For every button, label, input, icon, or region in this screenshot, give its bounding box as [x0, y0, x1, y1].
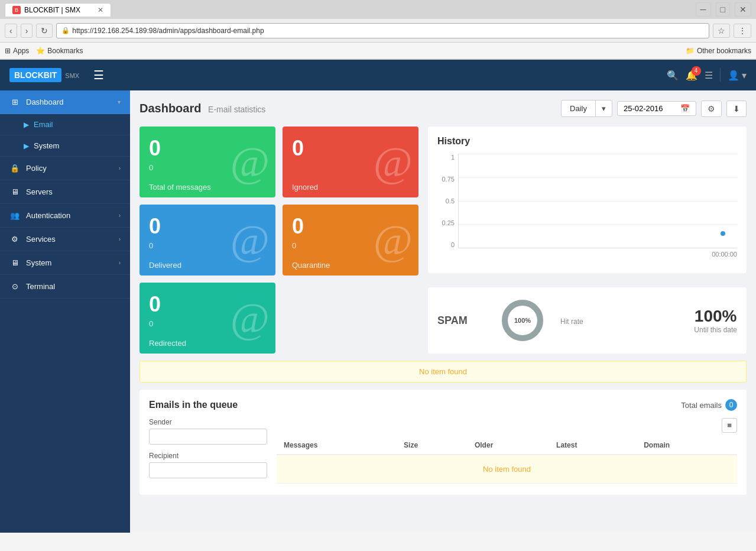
sidebar-item-label-servers: Servers — [26, 187, 121, 196]
queue-table-header: ≡ — [277, 418, 737, 433]
chart-y-axis: 1 0.75 0.5 0.25 0 — [437, 154, 458, 248]
logo-box: BLOCKBIT — [9, 68, 61, 82]
sidebar-item-system[interactable]: 🖥 System › — [0, 251, 130, 275]
chart-grid-1 — [459, 154, 737, 154]
y-label-075: 0.75 — [437, 176, 455, 183]
cards-row-middle: 0 0 Delivered @ 0 0 Quarantine @ — [139, 205, 418, 276]
page-title-area: Dashboard E-mail statistics — [139, 102, 265, 115]
queue-table-area: ≡ Messages Size Older Latest Domain — [277, 418, 737, 485]
sidebar-item-services[interactable]: ⚙ Services › — [0, 228, 130, 251]
delivered-label: Delivered — [149, 261, 181, 270]
y-label-05: 0.5 — [437, 197, 455, 205]
sidebar-item-policy[interactable]: 🔒 Policy › — [0, 157, 130, 180]
system-arrow-icon: › — [119, 260, 121, 266]
dashboard-icon: ⊞ — [9, 98, 20, 106]
minimize-button[interactable]: ─ — [696, 2, 711, 17]
history-panel: History 1 0.75 0.5 0.25 0 — [428, 127, 747, 273]
stat-card-redirected[interactable]: 0 0 Redirected @ — [139, 283, 275, 354]
tab-title: BLOCKBIT | SMX — [24, 6, 80, 14]
recipient-input[interactable] — [149, 462, 267, 478]
date-input[interactable]: 📅 — [617, 101, 696, 116]
sub-arrow-email-icon: ▶ — [24, 121, 29, 129]
autentication-icon: 👥 — [9, 211, 20, 220]
chart-grid-4 — [459, 224, 737, 225]
total-emails-label: Total emails — [681, 401, 722, 410]
sidebar-item-dashboard[interactable]: ⊞ Dashboard ▾ — [0, 90, 130, 114]
count-badge: 0 — [725, 399, 737, 411]
stat-card-ignored[interactable]: 0 Ignored @ — [283, 127, 418, 197]
hamburger-button[interactable]: ☰ — [89, 66, 109, 85]
app-logo: BLOCKBIT SMX — [9, 68, 79, 82]
table-no-item-cell: No item found — [277, 455, 737, 484]
spam-donut: 100% — [499, 297, 546, 344]
browser-titlebar: B BLOCKBIT | SMX ✕ ─ □ ✕ — [0, 0, 756, 19]
left-cards: 0 0 Total of messages @ 0 Ignored @ — [139, 127, 418, 354]
stat-card-total[interactable]: 0 0 Total of messages @ — [139, 127, 275, 197]
folder-icon: 📁 — [686, 47, 695, 55]
stat-card-quarantine[interactable]: 0 0 Quarantine @ — [283, 205, 418, 276]
sidebar-item-terminal[interactable]: ⊙ Terminal — [0, 275, 130, 299]
date-field[interactable] — [624, 104, 677, 113]
period-button[interactable]: Daily — [562, 101, 595, 116]
bookmarks-label: Bookmarks — [47, 47, 83, 55]
queue-body: Sender Recipient ≡ — [149, 418, 737, 485]
terminal-icon: ⊙ — [9, 282, 20, 291]
col-domain: Domain — [637, 436, 737, 455]
search-icon[interactable]: 🔍 — [667, 70, 679, 81]
notification-icon[interactable]: 🔔 4 — [686, 70, 697, 81]
close-button[interactable]: ✕ — [735, 2, 751, 17]
table-menu-button[interactable]: ≡ — [722, 418, 737, 433]
sidebar-sub-item-system[interactable]: ▶ System — [0, 135, 130, 157]
no-item-text: No item found — [419, 367, 467, 376]
bookmark-button[interactable]: ☆ — [713, 24, 730, 38]
chart-data-point — [721, 231, 725, 236]
logo-smx: SMX — [65, 72, 79, 79]
period-dropdown-icon[interactable]: ▾ — [595, 101, 612, 116]
system-icon: 🖥 — [9, 258, 20, 267]
address-bar[interactable]: 🔒 https://192.168.254.189:98/admin/apps/… — [56, 23, 709, 38]
topbar-right: 🔍 🔔 4 ☰ 👤 ▾ — [667, 68, 747, 82]
forward-button[interactable]: › — [21, 24, 33, 38]
menu-icon[interactable]: ☰ — [705, 70, 713, 81]
quarantine-label: Quarantine — [292, 261, 330, 270]
main-area: ⊞ Dashboard ▾ ▶ Email ▶ System 🔒 Policy … — [0, 90, 756, 533]
tab-close-button[interactable]: ✕ — [98, 6, 103, 14]
recipient-group: Recipient — [149, 452, 267, 478]
sidebar: ⊞ Dashboard ▾ ▶ Email ▶ System 🔒 Policy … — [0, 90, 130, 533]
stat-card-delivered[interactable]: 0 0 Delivered @ — [139, 205, 275, 276]
user-icon[interactable]: 👤 ▾ — [728, 70, 747, 81]
hit-rate-label: Hit rate — [560, 317, 583, 326]
maximize-button[interactable]: □ — [716, 2, 730, 17]
chart-plot-area — [458, 154, 737, 248]
total-at-icon: @ — [231, 138, 270, 187]
apps-bookmark[interactable]: ⊞ Apps — [5, 47, 29, 55]
services-arrow-icon: › — [119, 236, 121, 242]
sender-input[interactable] — [149, 429, 267, 445]
sender-label: Sender — [149, 418, 267, 426]
y-label-1: 1 — [437, 154, 455, 161]
settings-action-button[interactable]: ⚙ — [701, 101, 722, 117]
ignored-label: Ignored — [292, 183, 318, 192]
sidebar-item-autentication[interactable]: 👥 Autentication › — [0, 204, 130, 228]
sidebar-sub-item-email[interactable]: ▶ Email — [0, 114, 130, 135]
donut-text: 100% — [514, 317, 531, 324]
back-button[interactable]: ‹ — [5, 24, 17, 38]
browser-chrome: B BLOCKBIT | SMX ✕ ─ □ ✕ ‹ › ↻ 🔒 https:/… — [0, 0, 756, 60]
bookmarks-icon: ⭐ — [36, 47, 45, 55]
other-bookmarks-label: Other bookmarks — [697, 47, 751, 55]
browser-tab[interactable]: B BLOCKBIT | SMX ✕ — [5, 3, 111, 17]
other-bookmarks[interactable]: 📁 Other bookmarks — [686, 47, 751, 55]
cards-row-top: 0 0 Total of messages @ 0 Ignored @ — [139, 127, 418, 197]
download-button[interactable]: ⬇ — [726, 101, 747, 117]
bookmarks-item[interactable]: ⭐ Bookmarks — [36, 47, 83, 55]
content-area: Dashboard E-mail statistics Daily ▾ 📅 ⚙ … — [130, 90, 756, 533]
address-text: https://192.168.254.189:98/admin/apps/da… — [72, 27, 264, 35]
app-topbar: BLOCKBIT SMX ☰ 🔍 🔔 4 ☰ 👤 ▾ — [0, 60, 756, 90]
tab-favicon: B — [12, 6, 21, 14]
period-select[interactable]: Daily ▾ — [561, 100, 612, 117]
sidebar-item-servers[interactable]: 🖥 Servers — [0, 180, 130, 204]
reload-button[interactable]: ↻ — [36, 24, 53, 38]
settings-button[interactable]: ⋮ — [734, 24, 751, 38]
sidebar-item-label-system: System — [26, 258, 113, 267]
quarantine-at-icon: @ — [374, 216, 413, 265]
